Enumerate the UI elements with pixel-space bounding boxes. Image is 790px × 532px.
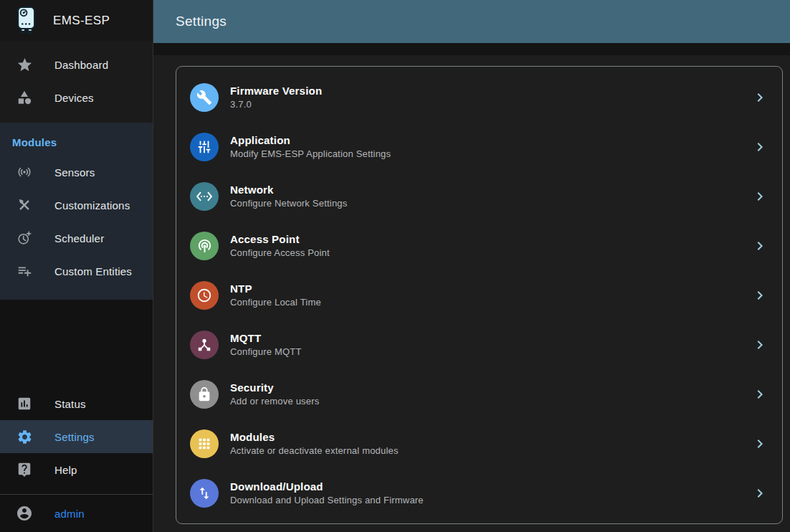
sidebar-modules-section: Modules Sensors	[0, 123, 153, 300]
sidebar: EMS-ESP Dashboard Devices Modules	[0, 0, 153, 532]
sidebar-item-label: Status	[54, 398, 86, 410]
item-subtitle: Modify EMS-ESP Application Settings	[230, 148, 751, 159]
app-title: EMS-ESP	[53, 14, 110, 28]
settings-item-network[interactable]: Network Configure Network Settings	[176, 171, 782, 221]
sidebar-item-custom-entities[interactable]: Custom Entities	[0, 255, 153, 288]
item-subtitle: Configure Access Point	[230, 247, 751, 258]
item-subtitle: Configure Local Time	[230, 297, 751, 308]
settings-item-firmware-version[interactable]: Firmware Version 3.7.0	[176, 72, 782, 122]
settings-card: Firmware Version 3.7.0 Application Modif…	[176, 66, 783, 524]
sidebar-item-dashboard[interactable]: Dashboard	[0, 48, 153, 81]
settings-item-mqtt[interactable]: MQTT Configure MQTT	[176, 320, 782, 369]
chevron-right-icon	[751, 188, 768, 205]
sidebar-item-label: Customizations	[54, 199, 130, 212]
item-title: Network	[230, 184, 751, 196]
star-icon	[16, 56, 33, 73]
clock-icon	[190, 281, 219, 310]
settings-item-download-upload[interactable]: Download/Upload Download and Upload Sett…	[176, 468, 782, 518]
sidebar-user[interactable]: admin	[0, 495, 153, 532]
chevron-right-icon	[751, 287, 768, 304]
sidebar-nav-bottom: Status Settings Help	[0, 387, 153, 486]
chevron-right-icon	[751, 237, 768, 255]
sidebar-item-customizations[interactable]: Customizations	[0, 189, 153, 222]
appbar-shadow-strip	[153, 43, 790, 55]
sensors-icon	[16, 163, 33, 181]
item-title: NTP	[230, 282, 751, 295]
lock-icon	[190, 380, 219, 409]
item-subtitle: Configure Network Settings	[230, 198, 751, 209]
page-title: Settings	[176, 14, 227, 29]
playlist-add-icon	[16, 262, 33, 280]
sidebar-item-label: Custom Entities	[54, 265, 132, 277]
item-subtitle: Add or remove users	[230, 396, 751, 407]
item-subtitle: 3.7.0	[230, 99, 751, 110]
chevron-right-icon	[751, 435, 768, 452]
username-label: admin	[54, 508, 85, 520]
settings-ethernet-icon	[190, 182, 219, 211]
appbar: Settings	[153, 0, 790, 43]
item-title: Application	[230, 134, 751, 146]
sidebar-item-label: Sensors	[54, 166, 95, 179]
item-subtitle: Activate or deactivate external modules	[230, 445, 751, 456]
sidebar-item-sensors[interactable]: Sensors	[0, 156, 153, 189]
sidebar-item-scheduler[interactable]: Scheduler	[0, 222, 153, 255]
wifi-tethering-icon	[190, 232, 219, 260]
tune-icon	[190, 133, 219, 161]
apps-icon	[190, 429, 219, 458]
sidebar-nav-top: Dashboard Devices	[0, 41, 153, 123]
sidebar-item-help[interactable]: Help	[0, 453, 153, 486]
item-title: MQTT	[230, 332, 751, 344]
item-title: Download/Upload	[230, 480, 751, 493]
chevron-right-icon	[751, 386, 768, 403]
boiler-logo-icon	[13, 5, 41, 36]
app-logo-block[interactable]: EMS-ESP	[0, 0, 153, 41]
item-subtitle: Download and Upload Settings and Firmwar…	[230, 495, 751, 505]
sidebar-item-label: Devices	[54, 92, 94, 104]
wrench-icon	[190, 83, 219, 112]
settings-item-application[interactable]: Application Modify EMS-ESP Application S…	[176, 122, 782, 171]
chevron-right-icon	[751, 485, 768, 502]
sidebar-item-status[interactable]: Status	[0, 387, 153, 420]
account-circle-icon	[16, 505, 33, 522]
item-title: Access Point	[230, 233, 751, 245]
main-area: Settings Firmware Version 3.7.0	[153, 0, 790, 532]
sidebar-item-label: Scheduler	[54, 232, 104, 244]
app-root: EMS-ESP Dashboard Devices Modules	[0, 0, 790, 532]
settings-item-access-point[interactable]: Access Point Configure Access Point	[176, 221, 782, 270]
sidebar-item-label: Dashboard	[54, 59, 108, 71]
chevron-right-icon	[751, 89, 768, 106]
sidebar-item-label: Help	[54, 464, 77, 476]
content-area: Firmware Version 3.7.0 Application Modif…	[153, 55, 790, 532]
settings-item-modules[interactable]: Modules Activate or deactivate external …	[176, 419, 782, 468]
construction-icon	[16, 196, 33, 214]
item-title: Firmware Version	[230, 85, 751, 97]
chevron-right-icon	[751, 138, 768, 156]
device-hub-icon	[190, 331, 219, 359]
sidebar-item-settings[interactable]: Settings	[0, 420, 153, 453]
sidebar-item-label: Settings	[54, 431, 95, 443]
gear-icon	[16, 428, 33, 445]
more-time-icon	[16, 229, 33, 247]
help-icon	[16, 461, 33, 478]
item-subtitle: Configure MQTT	[230, 346, 751, 357]
assessment-icon	[16, 395, 33, 412]
sidebar-spacer	[0, 300, 153, 387]
sidebar-item-devices[interactable]: Devices	[0, 81, 153, 114]
item-title: Modules	[230, 431, 751, 443]
settings-item-ntp[interactable]: NTP Configure Local Time	[176, 270, 782, 320]
modules-section-heading: Modules	[0, 128, 153, 156]
settings-item-security[interactable]: Security Add or remove users	[176, 369, 782, 419]
chevron-right-icon	[751, 336, 768, 353]
item-title: Security	[230, 381, 751, 394]
category-icon	[16, 89, 33, 106]
import-export-icon	[190, 479, 219, 508]
